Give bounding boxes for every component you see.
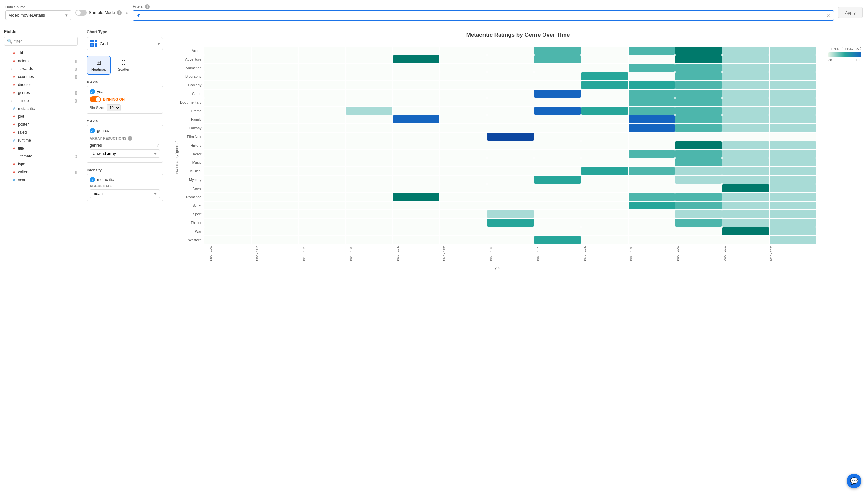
grid-cell[interactable] xyxy=(299,158,345,167)
field-item-rated[interactable]: ⠿ A rated xyxy=(4,129,78,136)
grid-cell[interactable] xyxy=(393,176,439,184)
grid-cell[interactable] xyxy=(581,55,627,63)
grid-cell[interactable] xyxy=(770,150,816,158)
grid-cell[interactable] xyxy=(534,236,580,244)
grid-cell[interactable] xyxy=(628,236,675,244)
grid-cell[interactable] xyxy=(581,227,627,235)
grid-cell[interactable] xyxy=(252,72,298,81)
grid-cell[interactable] xyxy=(676,167,722,175)
grid-cell[interactable] xyxy=(252,55,298,63)
grid-cell[interactable] xyxy=(628,98,675,106)
grid-cell[interactable] xyxy=(487,116,534,123)
grid-cell[interactable] xyxy=(205,193,251,201)
grid-cell[interactable] xyxy=(676,176,722,184)
grid-cell[interactable] xyxy=(628,167,675,175)
field-expand-icon[interactable]: › xyxy=(11,99,12,103)
grid-cell[interactable] xyxy=(205,90,251,98)
grid-cell[interactable] xyxy=(440,55,486,63)
grid-cell[interactable] xyxy=(628,184,675,192)
grid-cell[interactable] xyxy=(487,124,534,132)
grid-cell[interactable] xyxy=(440,124,486,132)
grid-cell[interactable] xyxy=(252,107,298,115)
grid-cell[interactable] xyxy=(676,98,722,106)
grid-cell[interactable] xyxy=(723,184,769,192)
grid-cell[interactable] xyxy=(393,219,439,227)
grid-cell[interactable] xyxy=(487,167,534,175)
grid-cell[interactable] xyxy=(440,184,486,192)
grid-cell[interactable] xyxy=(205,98,251,106)
grid-cell[interactable] xyxy=(487,107,534,115)
grid-cell[interactable] xyxy=(676,72,722,81)
grid-cell[interactable] xyxy=(346,150,392,158)
filters-info-icon[interactable]: i xyxy=(145,4,150,9)
grid-cell[interactable] xyxy=(440,133,486,141)
field-item-director[interactable]: ⠿ A director xyxy=(4,81,78,89)
grid-cell[interactable] xyxy=(628,72,675,81)
grid-cell[interactable] xyxy=(628,210,675,218)
grid-cell[interactable] xyxy=(676,150,722,158)
grid-cell[interactable] xyxy=(346,184,392,192)
grid-cell[interactable] xyxy=(393,193,439,201)
grid-cell[interactable] xyxy=(252,227,298,235)
field-item-_id[interactable]: ⠿ A _id xyxy=(4,49,78,57)
grid-cell[interactable] xyxy=(770,202,816,209)
grid-cell[interactable] xyxy=(581,81,627,89)
grid-cell[interactable] xyxy=(487,133,534,141)
grid-cell[interactable] xyxy=(581,107,627,115)
grid-cell[interactable] xyxy=(676,219,722,227)
grid-cell[interactable] xyxy=(770,167,816,175)
grid-cell[interactable] xyxy=(534,184,580,192)
grid-cell[interactable] xyxy=(628,107,675,115)
grid-cell[interactable] xyxy=(346,158,392,167)
grid-cell[interactable] xyxy=(252,124,298,132)
grid-cell[interactable] xyxy=(205,107,251,115)
grid-cell[interactable] xyxy=(676,193,722,201)
grid-cell[interactable] xyxy=(393,72,439,81)
grid-cell[interactable] xyxy=(299,98,345,106)
array-reductions-info-icon[interactable]: i xyxy=(128,136,132,141)
grid-cell[interactable] xyxy=(393,90,439,98)
grid-cell[interactable] xyxy=(723,90,769,98)
grid-cell[interactable] xyxy=(487,176,534,184)
field-item-actors[interactable]: ⠿ A actors [] xyxy=(4,57,78,65)
grid-cell[interactable] xyxy=(628,64,675,72)
grid-cell[interactable] xyxy=(299,219,345,227)
grid-cell[interactable] xyxy=(581,116,627,123)
grid-cell[interactable] xyxy=(299,184,345,192)
grid-cell[interactable] xyxy=(252,158,298,167)
grid-cell[interactable] xyxy=(205,219,251,227)
grid-cell[interactable] xyxy=(252,210,298,218)
grid-cell[interactable] xyxy=(770,193,816,201)
grid-cell[interactable] xyxy=(770,133,816,141)
grid-cell[interactable] xyxy=(440,116,486,123)
grid-cell[interactable] xyxy=(770,227,816,235)
grid-cell[interactable] xyxy=(487,47,534,55)
grid-cell[interactable] xyxy=(628,81,675,89)
field-expand-icon[interactable]: › xyxy=(11,155,12,158)
grid-cell[interactable] xyxy=(299,150,345,158)
grid-cell[interactable] xyxy=(628,116,675,123)
grid-cell[interactable] xyxy=(252,167,298,175)
grid-cell[interactable] xyxy=(676,184,722,192)
grid-cell[interactable] xyxy=(205,176,251,184)
grid-cell[interactable] xyxy=(534,72,580,81)
grid-cell[interactable] xyxy=(487,72,534,81)
grid-cell[interactable] xyxy=(770,116,816,123)
grid-cell[interactable] xyxy=(534,98,580,106)
grid-cell[interactable] xyxy=(676,202,722,209)
grid-cell[interactable] xyxy=(487,158,534,167)
grid-cell[interactable] xyxy=(770,210,816,218)
grid-cell[interactable] xyxy=(393,167,439,175)
grid-cell[interactable] xyxy=(393,124,439,132)
grid-cell[interactable] xyxy=(205,210,251,218)
grid-cell[interactable] xyxy=(346,193,392,201)
expand-button[interactable]: ⤢ xyxy=(156,142,160,148)
grid-cell[interactable] xyxy=(440,202,486,209)
grid-cell[interactable] xyxy=(676,158,722,167)
grid-cell[interactable] xyxy=(299,107,345,115)
grid-cell[interactable] xyxy=(534,124,580,132)
grid-cell[interactable] xyxy=(723,81,769,89)
grid-cell[interactable] xyxy=(581,133,627,141)
grid-cell[interactable] xyxy=(676,90,722,98)
grid-cell[interactable] xyxy=(676,107,722,115)
